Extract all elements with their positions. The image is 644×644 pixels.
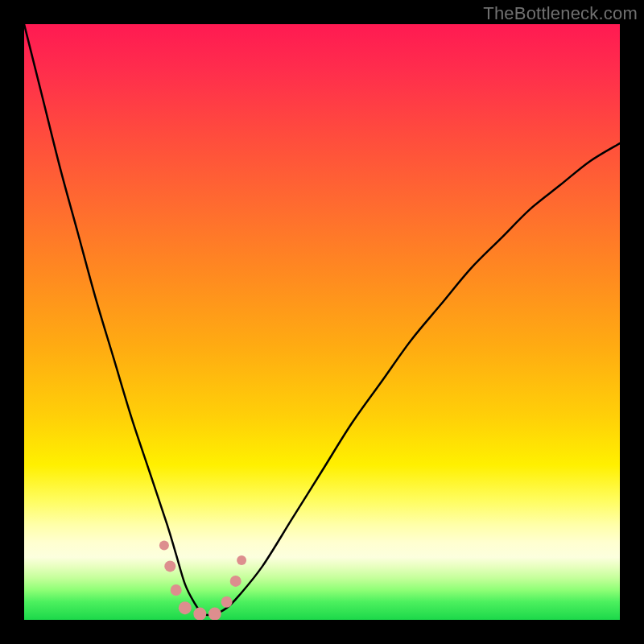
bottleneck-curve	[24, 24, 620, 615]
chart-frame: TheBottleneck.com	[0, 0, 644, 644]
marker	[208, 608, 221, 620]
marker	[159, 541, 169, 551]
marker	[171, 584, 182, 596]
marker	[221, 597, 233, 608]
chart-plot-area	[24, 24, 620, 620]
marker	[164, 560, 175, 572]
marker	[179, 601, 192, 614]
watermark-text: TheBottleneck.com	[483, 3, 638, 24]
markers-group	[159, 541, 246, 621]
marker	[230, 576, 242, 587]
marker	[193, 608, 206, 620]
chart-svg	[24, 24, 620, 620]
marker	[237, 555, 246, 565]
